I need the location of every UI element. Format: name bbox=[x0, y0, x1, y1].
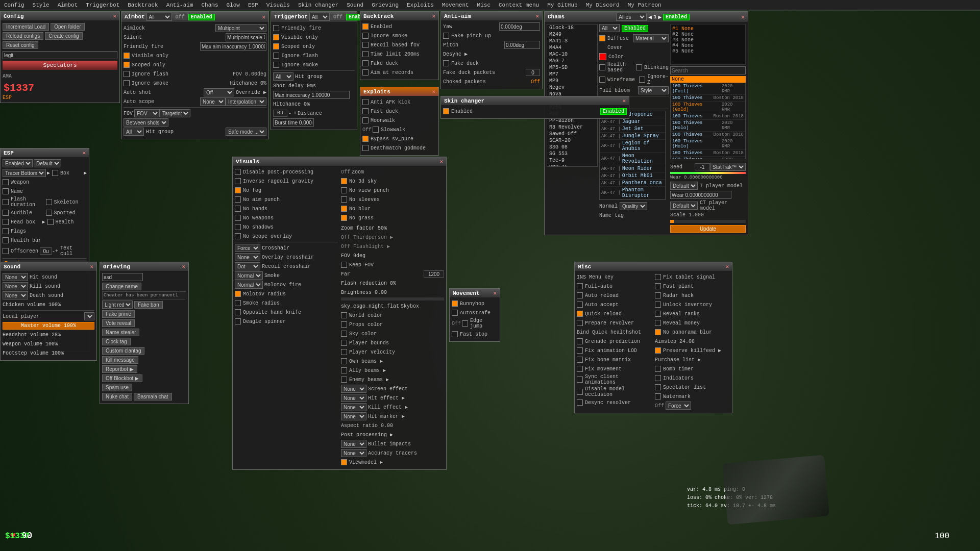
chams-weapon-sg553[interactable]: SG 553 bbox=[547, 151, 597, 157]
col-100thieves-foil-2020[interactable]: 100 Thieves (Foil)2020 RMR bbox=[671, 83, 745, 95]
chams-weapon-m4a4[interactable]: M4A4 bbox=[547, 44, 597, 51]
auto-accept-cb[interactable] bbox=[577, 302, 583, 308]
head-box-cb[interactable] bbox=[3, 219, 9, 225]
fix-bone-cb[interactable] bbox=[577, 357, 583, 363]
tracer-arrow[interactable]: ▶ bbox=[47, 170, 50, 176]
ally-beams-cb[interactable] bbox=[341, 367, 347, 373]
sky-color-cb[interactable] bbox=[341, 331, 347, 337]
no-shadows-cb[interactable] bbox=[235, 224, 241, 230]
skin-row-orbit[interactable]: AK-47 |Orbit Mk01 bbox=[600, 172, 665, 180]
chams-close[interactable]: ✕ bbox=[741, 14, 745, 20]
no-scope-cb[interactable] bbox=[235, 233, 241, 239]
menu-triggerbot[interactable]: Triggerbot bbox=[82, 1, 124, 9]
menu-backtrack[interactable]: Backtrack bbox=[124, 1, 162, 9]
ignore-smoke-cb-aim[interactable] bbox=[124, 80, 130, 86]
chams-weapon-sawedoff[interactable]: Sawed-Off bbox=[547, 131, 597, 137]
hit-group-all-select[interactable]: All bbox=[124, 128, 144, 136]
viewmodel-cb[interactable] bbox=[341, 459, 347, 465]
fake-duck-bt-cb[interactable] bbox=[362, 60, 369, 66]
no-aim-punch-cb[interactable] bbox=[235, 196, 241, 203]
col-100thieves-boston3[interactable]: 100 ThievesBoston 2018 bbox=[671, 132, 745, 138]
head-box-arrow[interactable]: ▶ bbox=[42, 219, 45, 225]
aimbot-mode-select[interactable]: All bbox=[146, 13, 172, 21]
offscreen-val[interactable] bbox=[40, 247, 52, 255]
name-stealer-btn[interactable]: Name stealer bbox=[102, 329, 139, 336]
max-inaccuracy-trig[interactable] bbox=[273, 91, 350, 99]
wear-input[interactable] bbox=[670, 191, 731, 199]
bomb-timer-cb[interactable] bbox=[655, 366, 661, 372]
skinchanger-header[interactable]: Skin changer ✕ bbox=[441, 96, 629, 105]
exploits-header[interactable]: Exploits ✕ bbox=[360, 87, 438, 96]
spotted-cb[interactable] bbox=[46, 210, 52, 216]
time-limit-cb[interactable] bbox=[362, 51, 369, 57]
ignore-flash-cb-trig[interactable] bbox=[273, 53, 279, 59]
health-based-cb[interactable] bbox=[599, 64, 605, 70]
flags-cb[interactable] bbox=[3, 228, 9, 234]
fake-pitch-cb[interactable] bbox=[443, 33, 449, 39]
movement-header[interactable]: Movement ✕ bbox=[450, 289, 500, 297]
aimbot-header[interactable]: Aimbot All Off Enabled ✕ bbox=[121, 12, 268, 22]
own-beams-cb[interactable] bbox=[341, 358, 347, 364]
health-bar-cb[interactable] bbox=[3, 237, 9, 243]
chams-arrow-right[interactable]: ▶ bbox=[658, 14, 662, 20]
visuals-close[interactable]: ✕ bbox=[439, 158, 443, 165]
chams-weapon-ma41s[interactable]: MA41-S bbox=[547, 38, 597, 44]
fix-tablet-cb[interactable] bbox=[655, 274, 661, 280]
skin-row-panthera[interactable]: AK-47 |Panthera onca bbox=[600, 180, 665, 187]
chams-weapon-r8[interactable]: R8 Revolver bbox=[547, 124, 597, 131]
indicators-cb[interactable] bbox=[655, 375, 661, 381]
visible-only-cb[interactable] bbox=[124, 53, 130, 59]
t-model-select[interactable]: Default bbox=[670, 182, 698, 190]
config-close[interactable]: ✕ bbox=[113, 13, 116, 19]
material-select[interactable]: Material bbox=[633, 34, 669, 42]
menu-style[interactable]: Style bbox=[29, 1, 54, 9]
chams-weapon-negev[interactable]: Negev bbox=[547, 84, 597, 91]
hit-group-trig[interactable]: All bbox=[273, 72, 293, 81]
overlay-crosshair-select[interactable]: None bbox=[235, 253, 260, 261]
smoke-radius-cb[interactable] bbox=[235, 300, 241, 306]
antiaim-close[interactable]: ✕ bbox=[535, 13, 539, 19]
master-volume-bar[interactable]: Master volume 100% bbox=[3, 322, 94, 330]
no-blur-cb[interactable] bbox=[341, 206, 347, 212]
override-btn[interactable]: Override ▶ bbox=[236, 89, 266, 95]
hit-effect-select[interactable]: None bbox=[341, 394, 366, 402]
box-arrow[interactable]: ▶ bbox=[84, 170, 87, 176]
ignore-flash-cb-aim[interactable] bbox=[124, 71, 130, 77]
config-name-input[interactable] bbox=[3, 51, 117, 59]
triggerbot-mode[interactable]: All bbox=[309, 13, 330, 21]
menu-sound[interactable]: Sound bbox=[342, 1, 368, 9]
fake-ban-btn[interactable]: Fake ban bbox=[134, 301, 163, 309]
scoped-only-cb-aim[interactable] bbox=[124, 62, 130, 68]
auto-reload-cb[interactable] bbox=[577, 292, 583, 298]
player-bounds-cb[interactable] bbox=[341, 340, 347, 346]
esp-close[interactable]: ✕ bbox=[82, 149, 86, 156]
skin-row-jaguar[interactable]: AK-47 |Jaguar bbox=[600, 118, 665, 126]
create-config-btn[interactable]: Create config bbox=[45, 32, 82, 40]
skin-row-neon-rider[interactable]: AK-47 |Neon Rider bbox=[600, 165, 665, 172]
skinchanger-close[interactable]: ✕ bbox=[622, 97, 626, 104]
bullet-impacts-select[interactable]: None bbox=[341, 440, 366, 448]
spectator-list-cb[interactable] bbox=[655, 384, 661, 390]
autostrafe-cb[interactable] bbox=[452, 310, 458, 316]
slowwalk-cb[interactable] bbox=[373, 127, 379, 133]
moonwalk-cb[interactable] bbox=[362, 117, 369, 123]
skin-row-legion[interactable]: AK-47 |Legion of Anubis bbox=[600, 140, 665, 153]
fix-movement-cb[interactable] bbox=[577, 366, 583, 372]
box-cb[interactable] bbox=[52, 170, 58, 176]
prepare-revolver-cb[interactable] bbox=[577, 320, 583, 326]
aim-records-cb[interactable] bbox=[362, 69, 369, 76]
burst-time[interactable] bbox=[273, 118, 314, 127]
no-hands-cb[interactable] bbox=[235, 206, 241, 212]
far-input[interactable] bbox=[424, 270, 444, 278]
grieving-header[interactable]: Grieving ✕ bbox=[100, 262, 188, 271]
no-panorama-blur-cb[interactable] bbox=[655, 329, 661, 335]
chams-weapon-ssg08[interactable]: SSG 08 bbox=[547, 144, 597, 151]
open-folder-btn[interactable]: Open folder bbox=[51, 23, 84, 31]
menu-aimbot[interactable]: Aimbot bbox=[54, 1, 82, 9]
reportbot-btn[interactable]: Reportbot ▶ bbox=[102, 365, 137, 373]
menu-movement[interactable]: Movement bbox=[438, 1, 473, 9]
grenade-pred-cb[interactable] bbox=[577, 338, 583, 344]
chams-arrow-left[interactable]: ◀ bbox=[648, 14, 652, 20]
hit-marker-select[interactable]: None bbox=[341, 412, 366, 420]
fake-duck-packets-input[interactable] bbox=[526, 69, 540, 76]
